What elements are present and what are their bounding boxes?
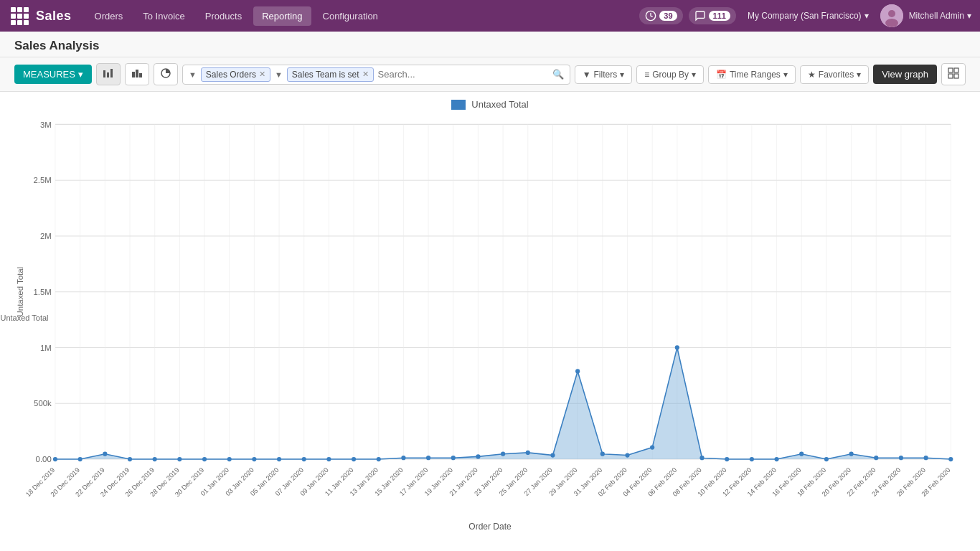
- brand-name[interactable]: Sales: [36, 9, 72, 24]
- pie-chart-button[interactable]: [154, 63, 178, 85]
- company-dropdown-icon: ▾: [864, 11, 869, 21]
- svg-point-67: [78, 457, 83, 461]
- filters-button[interactable]: ▼ Filters ▾: [575, 65, 633, 84]
- nav-reporting[interactable]: Reporting: [253, 6, 311, 26]
- filters-label: Filters: [594, 70, 618, 80]
- navbar: Sales Orders To Invoice Products Reporti…: [0, 0, 980, 32]
- svg-point-96: [799, 452, 804, 456]
- filter-tag-label-1: Sales Orders: [206, 70, 256, 80]
- svg-point-97: [824, 457, 829, 461]
- bar-chart-button[interactable]: [96, 63, 121, 85]
- svg-text:1.5M: 1.5M: [33, 288, 51, 296]
- chart-container: Untaxed Total Untaxed Total 0.00500k1M1.…: [0, 92, 980, 546]
- svg-rect-7: [132, 72, 135, 77]
- group-by-button[interactable]: ≡ Group By ▾: [636, 65, 704, 84]
- legend-color-swatch: [451, 100, 466, 110]
- chart-legend: Untaxed Total: [14, 99, 966, 110]
- apps-menu-button[interactable]: [9, 5, 30, 27]
- svg-point-76: [302, 457, 306, 461]
- svg-point-99: [874, 456, 878, 460]
- filters-dropdown-icon: ▾: [620, 70, 624, 80]
- svg-point-82: [451, 456, 456, 460]
- x-axis-label: Order Date: [14, 522, 966, 532]
- navbar-right: 39 111 My Company (San Francisco) ▾ Mitc…: [639, 4, 971, 27]
- svg-point-102: [948, 457, 953, 461]
- discuss-badge[interactable]: 111: [689, 7, 736, 24]
- svg-point-93: [725, 457, 729, 461]
- svg-point-90: [650, 445, 654, 449]
- discuss-count: 111: [709, 11, 730, 21]
- svg-point-75: [277, 457, 281, 461]
- filter-icon-2: ▼: [275, 70, 283, 79]
- group-by-icon: ≡: [644, 70, 649, 80]
- measures-button[interactable]: MEASURES ▾: [14, 65, 92, 84]
- svg-point-2: [888, 10, 895, 17]
- user-dropdown-icon: ▾: [967, 11, 971, 21]
- avatar-image: [880, 4, 903, 27]
- svg-point-78: [352, 457, 356, 461]
- filter-tag-sales-team[interactable]: Sales Team is set ✕: [287, 67, 374, 82]
- favorites-button[interactable]: ★ Favorites ▾: [800, 65, 869, 84]
- svg-point-72: [202, 457, 207, 461]
- calendar-icon: 📅: [716, 70, 727, 80]
- svg-rect-12: [954, 68, 958, 72]
- svg-point-101: [923, 456, 928, 460]
- svg-point-94: [750, 457, 754, 461]
- svg-text:0.00: 0.00: [36, 455, 52, 463]
- nav-products[interactable]: Products: [197, 6, 250, 26]
- nav-configuration[interactable]: Configuration: [314, 6, 387, 26]
- user-name-menu[interactable]: Mitchell Admin ▾: [909, 11, 971, 21]
- filter-tag-sales-orders[interactable]: Sales Orders ✕: [201, 67, 270, 82]
- y-axis-label: Untaxed Total: [0, 314, 48, 322]
- svg-point-91: [675, 345, 679, 349]
- line-chart-button[interactable]: [125, 63, 149, 85]
- svg-point-88: [600, 452, 605, 456]
- svg-point-81: [426, 456, 430, 460]
- nav-orders[interactable]: Orders: [86, 6, 132, 26]
- svg-text:3M: 3M: [40, 121, 52, 129]
- user-name-label: Mitchell Admin: [909, 11, 964, 21]
- svg-rect-6: [110, 69, 113, 77]
- pie-chart-icon: [160, 67, 171, 79]
- svg-rect-8: [136, 70, 138, 77]
- svg-point-98: [849, 452, 853, 456]
- search-filter-bar: ▼ Sales Orders ✕ ▼ Sales Team is set ✕ 🔍: [182, 65, 570, 85]
- search-icon[interactable]: 🔍: [552, 69, 564, 80]
- search-input[interactable]: [378, 69, 548, 80]
- activity-count: 39: [659, 11, 677, 21]
- grid-icon: [11, 7, 29, 25]
- svg-point-66: [53, 457, 57, 461]
- svg-point-83: [476, 454, 480, 458]
- svg-text:500k: 500k: [34, 399, 52, 408]
- svg-point-70: [153, 457, 157, 461]
- time-ranges-button[interactable]: 📅 Time Ranges ▾: [708, 65, 796, 84]
- filter-tag-close-2[interactable]: ✕: [362, 70, 369, 79]
- svg-point-89: [625, 453, 629, 457]
- chart-svg: 0.00500k1M1.5M2M2.5M3M18 Dec 201920 Dec …: [14, 117, 966, 519]
- svg-point-86: [550, 453, 555, 457]
- svg-rect-11: [948, 68, 953, 72]
- svg-point-85: [526, 451, 530, 455]
- legend-label: Untaxed Total: [471, 99, 528, 110]
- svg-point-73: [227, 457, 232, 461]
- main-nav: Orders To Invoice Products Reporting Con…: [86, 6, 640, 26]
- company-name: My Company (San Francisco): [748, 11, 862, 21]
- svg-point-84: [501, 452, 505, 456]
- svg-point-71: [177, 457, 182, 461]
- view-graph-button[interactable]: View graph: [873, 65, 937, 84]
- filter-tag-close-1[interactable]: ✕: [259, 70, 265, 79]
- nav-to-invoice[interactable]: To Invoice: [134, 6, 194, 26]
- svg-point-95: [774, 457, 778, 461]
- company-selector[interactable]: My Company (San Francisco) ▾: [742, 8, 875, 24]
- svg-rect-14: [954, 74, 958, 78]
- activity-badge[interactable]: 39: [639, 7, 682, 24]
- svg-point-69: [128, 457, 132, 461]
- user-avatar[interactable]: [880, 4, 903, 27]
- filter-funnel-icon: ▼: [583, 70, 591, 80]
- svg-text:2M: 2M: [40, 232, 52, 240]
- measures-label: MEASURES: [23, 69, 75, 80]
- measures-dropdown-icon: ▾: [78, 69, 83, 80]
- svg-text:1M: 1M: [40, 344, 52, 352]
- favorites-dropdown-icon: ▾: [857, 70, 861, 80]
- view-pivot-button[interactable]: [941, 63, 966, 85]
